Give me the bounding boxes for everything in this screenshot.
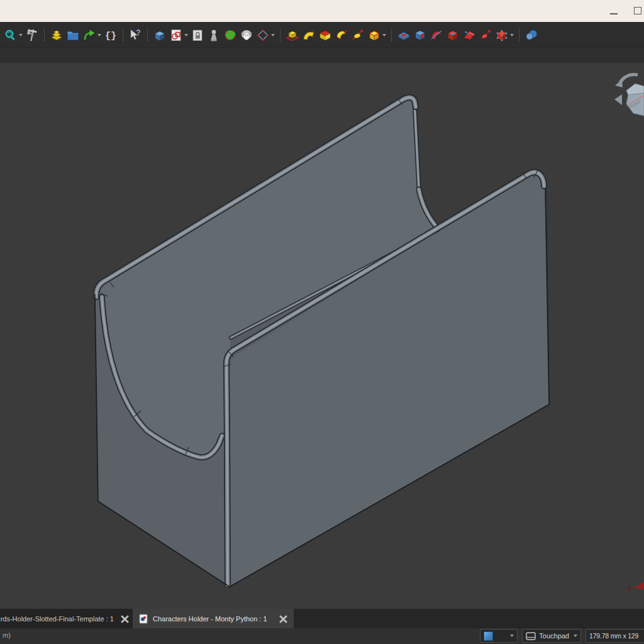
svg-text:?: ?: [136, 28, 140, 37]
remove-round-button[interactable]: [430, 28, 443, 42]
component-pawn-button[interactable]: [207, 28, 221, 42]
cut-axis-button[interactable]: [479, 28, 492, 42]
toolbar-separator: [391, 28, 392, 42]
tab-characters-holder[interactable]: Characters Holder - Monty Python : 1: [133, 609, 294, 628]
edit-vertices-button[interactable]: [495, 28, 514, 42]
view-cube-body[interactable]: RIGHT: [626, 84, 644, 116]
axis-triad: x: [625, 580, 644, 594]
tab-label: rds-Holder-Slotted-Final-Template : 1: [0, 615, 114, 623]
cut-wedge-icon: [462, 28, 476, 42]
pointer-mode-dropdown[interactable]: Touchpad: [522, 629, 581, 643]
pull-solid-icon: [286, 28, 299, 42]
selection-filter-icon: [484, 631, 493, 641]
skin-surface-button[interactable]: [240, 28, 253, 42]
edit-edges-button[interactable]: [367, 28, 386, 42]
hole-solid-button[interactable]: [413, 28, 427, 42]
document-tabbar: rds-Holder-Slotted-Final-Template : 1 Ch…: [0, 609, 644, 628]
move-grid-icon: [256, 28, 270, 42]
status-message: m): [3, 631, 11, 639]
toolbar-separator: [280, 28, 280, 42]
toolbar-separator: [123, 28, 123, 42]
fill-solid-button[interactable]: [318, 28, 332, 42]
document-icon: [139, 614, 148, 624]
open-folder-button[interactable]: [66, 28, 80, 42]
x-axis-arrow-icon: [634, 582, 644, 589]
locked-document-icon: [191, 28, 204, 42]
selection-filter-dropdown[interactable]: [480, 629, 518, 643]
touchpad-icon: [526, 632, 536, 640]
script-braces-icon: {}: [104, 28, 118, 42]
secondary-toolbar: [0, 47, 644, 63]
open-folder-icon: [66, 28, 80, 42]
edit-vertices-icon: [495, 28, 509, 42]
move-grid-button[interactable]: [256, 28, 275, 42]
restore-button[interactable]: [634, 6, 641, 17]
dropdown-caret-icon[interactable]: [184, 34, 188, 36]
main-toolbar: {}?: [0, 22, 644, 47]
fill-solid-icon: [318, 28, 332, 42]
zoom-refresh-button[interactable]: [4, 28, 23, 42]
tab-label: Characters Holder - Monty Python : 1: [153, 615, 267, 623]
dropdown-caret-icon: [574, 635, 577, 637]
sketch-layout-button[interactable]: [169, 28, 188, 42]
svg-text:{}: {}: [105, 31, 116, 42]
sketch-layout-icon: [169, 28, 183, 42]
move-face-button[interactable]: [302, 28, 316, 42]
viewport-dimensions-value: 179.78 mm x 129: [589, 632, 638, 640]
shell-solid-button[interactable]: [397, 28, 411, 42]
edit-edges-icon: [367, 28, 381, 42]
viewport-dimensions-field[interactable]: 179.78 mm x 129: [586, 629, 644, 643]
remove-round-icon: [430, 28, 443, 42]
window-titlebar: [0, 0, 644, 22]
pan-left-arrow-icon[interactable]: [614, 94, 622, 105]
pointer-mode-label: Touchpad: [539, 632, 569, 640]
dropdown-caret-icon[interactable]: [510, 34, 514, 36]
script-braces-button[interactable]: {}: [104, 28, 118, 42]
surface-patch-icon: [223, 28, 237, 42]
dropdown-caret-icon[interactable]: [19, 34, 23, 36]
replace-face-icon: [446, 28, 460, 42]
blend-solid-button[interactable]: [335, 28, 348, 42]
restore-icon: [634, 7, 641, 14]
dropdown-caret-icon[interactable]: [382, 34, 386, 36]
surface-patch-button[interactable]: [223, 28, 237, 42]
dropdown-caret-icon[interactable]: [97, 34, 101, 36]
close-tab-icon[interactable]: [279, 614, 287, 623]
view-cube[interactable]: RIGHT: [614, 67, 644, 130]
dropdown-caret-icon[interactable]: [271, 34, 275, 36]
pull-solid-button[interactable]: [286, 28, 299, 42]
cut-wedge-button[interactable]: [462, 28, 476, 42]
material-blocks-button[interactable]: [50, 28, 64, 42]
select-query-cursor-button[interactable]: ?: [128, 28, 142, 42]
revolve-axis-button[interactable]: [351, 28, 365, 42]
tab-holder-template[interactable]: rds-Holder-Slotted-Final-Template : 1: [0, 609, 133, 628]
skin-surface-icon: [240, 28, 253, 42]
locked-document-button[interactable]: [191, 28, 204, 42]
toolbar-separator: [519, 28, 519, 42]
merge-bodies-icon: [525, 28, 538, 42]
measure-caliper-button[interactable]: [25, 28, 39, 42]
toolbar-separator: [44, 28, 45, 42]
minimize-button[interactable]: [610, 6, 618, 17]
move-face-icon: [302, 28, 316, 42]
close-tab-icon[interactable]: [120, 614, 129, 623]
rotate-arrow-icon[interactable]: [620, 75, 638, 83]
replace-face-button[interactable]: [446, 28, 460, 42]
dropdown-caret-icon: [510, 635, 514, 637]
measure-caliper-icon: [25, 28, 39, 42]
minimize-icon: [610, 13, 618, 14]
shell-solid-icon: [397, 28, 411, 42]
merge-bodies-button[interactable]: [525, 28, 538, 42]
hole-solid-icon: [413, 28, 427, 42]
part-solid-button[interactable]: [153, 28, 167, 42]
model-characters-holder[interactable]: [0, 63, 644, 609]
toolbar-separator: [147, 28, 148, 42]
blend-solid-icon: [335, 28, 348, 42]
share-export-button[interactable]: [82, 28, 101, 42]
3d-viewport[interactable]: RIGHT x: [0, 63, 644, 609]
x-axis-label: x: [628, 584, 632, 591]
select-query-cursor-icon: ?: [128, 28, 142, 42]
statusbar: m) Touchpad 179.78 mm x 129: [0, 628, 644, 644]
cut-axis-icon: [479, 28, 492, 42]
revolve-axis-icon: [351, 28, 365, 42]
